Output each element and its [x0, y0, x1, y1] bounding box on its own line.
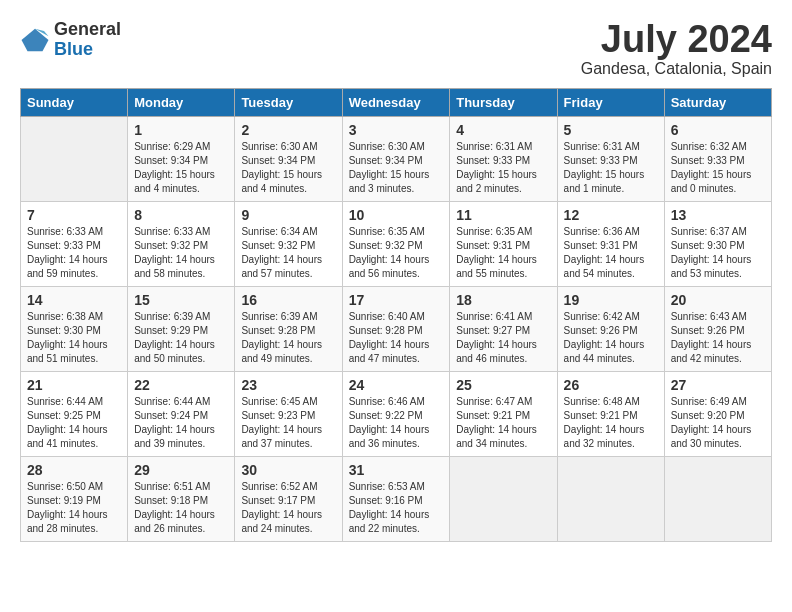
- day-cell: 11Sunrise: 6:35 AMSunset: 9:31 PMDayligh…: [450, 202, 557, 287]
- day-info: Sunrise: 6:49 AMSunset: 9:20 PMDaylight:…: [671, 395, 765, 451]
- day-info: Sunrise: 6:51 AMSunset: 9:18 PMDaylight:…: [134, 480, 228, 536]
- day-cell: 3Sunrise: 6:30 AMSunset: 9:34 PMDaylight…: [342, 117, 450, 202]
- day-number: 21: [27, 377, 121, 393]
- day-cell: 1Sunrise: 6:29 AMSunset: 9:34 PMDaylight…: [128, 117, 235, 202]
- day-info: Sunrise: 6:37 AMSunset: 9:30 PMDaylight:…: [671, 225, 765, 281]
- day-info: Sunrise: 6:35 AMSunset: 9:32 PMDaylight:…: [349, 225, 444, 281]
- day-number: 27: [671, 377, 765, 393]
- day-number: 17: [349, 292, 444, 308]
- day-cell: 17Sunrise: 6:40 AMSunset: 9:28 PMDayligh…: [342, 287, 450, 372]
- day-info: Sunrise: 6:30 AMSunset: 9:34 PMDaylight:…: [349, 140, 444, 196]
- day-info: Sunrise: 6:53 AMSunset: 9:16 PMDaylight:…: [349, 480, 444, 536]
- day-cell: 15Sunrise: 6:39 AMSunset: 9:29 PMDayligh…: [128, 287, 235, 372]
- day-info: Sunrise: 6:38 AMSunset: 9:30 PMDaylight:…: [27, 310, 121, 366]
- week-row-5: 28Sunrise: 6:50 AMSunset: 9:19 PMDayligh…: [21, 457, 772, 542]
- day-number: 6: [671, 122, 765, 138]
- day-info: Sunrise: 6:32 AMSunset: 9:33 PMDaylight:…: [671, 140, 765, 196]
- day-cell: 24Sunrise: 6:46 AMSunset: 9:22 PMDayligh…: [342, 372, 450, 457]
- header-cell-friday: Friday: [557, 89, 664, 117]
- day-cell: 22Sunrise: 6:44 AMSunset: 9:24 PMDayligh…: [128, 372, 235, 457]
- day-number: 13: [671, 207, 765, 223]
- day-info: Sunrise: 6:29 AMSunset: 9:34 PMDaylight:…: [134, 140, 228, 196]
- day-info: Sunrise: 6:40 AMSunset: 9:28 PMDaylight:…: [349, 310, 444, 366]
- day-number: 1: [134, 122, 228, 138]
- day-number: 11: [456, 207, 550, 223]
- day-cell: 8Sunrise: 6:33 AMSunset: 9:32 PMDaylight…: [128, 202, 235, 287]
- day-info: Sunrise: 6:30 AMSunset: 9:34 PMDaylight:…: [241, 140, 335, 196]
- day-cell: 25Sunrise: 6:47 AMSunset: 9:21 PMDayligh…: [450, 372, 557, 457]
- day-cell: 7Sunrise: 6:33 AMSunset: 9:33 PMDaylight…: [21, 202, 128, 287]
- day-number: 20: [671, 292, 765, 308]
- day-cell: 31Sunrise: 6:53 AMSunset: 9:16 PMDayligh…: [342, 457, 450, 542]
- day-cell: 19Sunrise: 6:42 AMSunset: 9:26 PMDayligh…: [557, 287, 664, 372]
- month-year: July 2024: [581, 20, 772, 58]
- logo-text: General Blue: [54, 20, 121, 60]
- day-info: Sunrise: 6:50 AMSunset: 9:19 PMDaylight:…: [27, 480, 121, 536]
- day-cell: 13Sunrise: 6:37 AMSunset: 9:30 PMDayligh…: [664, 202, 771, 287]
- day-info: Sunrise: 6:44 AMSunset: 9:25 PMDaylight:…: [27, 395, 121, 451]
- day-number: 3: [349, 122, 444, 138]
- day-cell: 4Sunrise: 6:31 AMSunset: 9:33 PMDaylight…: [450, 117, 557, 202]
- week-row-2: 7Sunrise: 6:33 AMSunset: 9:33 PMDaylight…: [21, 202, 772, 287]
- day-cell: 29Sunrise: 6:51 AMSunset: 9:18 PMDayligh…: [128, 457, 235, 542]
- day-info: Sunrise: 6:42 AMSunset: 9:26 PMDaylight:…: [564, 310, 658, 366]
- logo-blue: Blue: [54, 40, 121, 60]
- header-cell-monday: Monday: [128, 89, 235, 117]
- day-cell: 16Sunrise: 6:39 AMSunset: 9:28 PMDayligh…: [235, 287, 342, 372]
- day-cell: 10Sunrise: 6:35 AMSunset: 9:32 PMDayligh…: [342, 202, 450, 287]
- day-number: 9: [241, 207, 335, 223]
- day-cell: 20Sunrise: 6:43 AMSunset: 9:26 PMDayligh…: [664, 287, 771, 372]
- day-info: Sunrise: 6:46 AMSunset: 9:22 PMDaylight:…: [349, 395, 444, 451]
- day-info: Sunrise: 6:45 AMSunset: 9:23 PMDaylight:…: [241, 395, 335, 451]
- day-number: 23: [241, 377, 335, 393]
- day-number: 25: [456, 377, 550, 393]
- day-info: Sunrise: 6:31 AMSunset: 9:33 PMDaylight:…: [564, 140, 658, 196]
- day-number: 29: [134, 462, 228, 478]
- day-info: Sunrise: 6:34 AMSunset: 9:32 PMDaylight:…: [241, 225, 335, 281]
- day-cell: [21, 117, 128, 202]
- day-number: 14: [27, 292, 121, 308]
- day-cell: 6Sunrise: 6:32 AMSunset: 9:33 PMDaylight…: [664, 117, 771, 202]
- day-info: Sunrise: 6:31 AMSunset: 9:33 PMDaylight:…: [456, 140, 550, 196]
- day-number: 19: [564, 292, 658, 308]
- day-info: Sunrise: 6:48 AMSunset: 9:21 PMDaylight:…: [564, 395, 658, 451]
- page-header: General Blue July 2024 Gandesa, Cataloni…: [20, 20, 772, 78]
- day-cell: 30Sunrise: 6:52 AMSunset: 9:17 PMDayligh…: [235, 457, 342, 542]
- calendar-header-row: SundayMondayTuesdayWednesdayThursdayFrid…: [21, 89, 772, 117]
- day-number: 16: [241, 292, 335, 308]
- day-info: Sunrise: 6:39 AMSunset: 9:29 PMDaylight:…: [134, 310, 228, 366]
- day-info: Sunrise: 6:47 AMSunset: 9:21 PMDaylight:…: [456, 395, 550, 451]
- location: Gandesa, Catalonia, Spain: [581, 60, 772, 78]
- day-cell: 21Sunrise: 6:44 AMSunset: 9:25 PMDayligh…: [21, 372, 128, 457]
- header-cell-saturday: Saturday: [664, 89, 771, 117]
- day-number: 4: [456, 122, 550, 138]
- day-info: Sunrise: 6:35 AMSunset: 9:31 PMDaylight:…: [456, 225, 550, 281]
- day-number: 24: [349, 377, 444, 393]
- day-number: 30: [241, 462, 335, 478]
- day-cell: [664, 457, 771, 542]
- day-cell: 5Sunrise: 6:31 AMSunset: 9:33 PMDaylight…: [557, 117, 664, 202]
- day-info: Sunrise: 6:44 AMSunset: 9:24 PMDaylight:…: [134, 395, 228, 451]
- day-cell: 26Sunrise: 6:48 AMSunset: 9:21 PMDayligh…: [557, 372, 664, 457]
- day-info: Sunrise: 6:52 AMSunset: 9:17 PMDaylight:…: [241, 480, 335, 536]
- day-cell: 18Sunrise: 6:41 AMSunset: 9:27 PMDayligh…: [450, 287, 557, 372]
- day-cell: 2Sunrise: 6:30 AMSunset: 9:34 PMDaylight…: [235, 117, 342, 202]
- week-row-1: 1Sunrise: 6:29 AMSunset: 9:34 PMDaylight…: [21, 117, 772, 202]
- day-number: 12: [564, 207, 658, 223]
- day-cell: 23Sunrise: 6:45 AMSunset: 9:23 PMDayligh…: [235, 372, 342, 457]
- header-cell-sunday: Sunday: [21, 89, 128, 117]
- logo: General Blue: [20, 20, 121, 60]
- day-cell: [450, 457, 557, 542]
- day-number: 7: [27, 207, 121, 223]
- header-cell-thursday: Thursday: [450, 89, 557, 117]
- header-cell-wednesday: Wednesday: [342, 89, 450, 117]
- day-number: 15: [134, 292, 228, 308]
- day-info: Sunrise: 6:36 AMSunset: 9:31 PMDaylight:…: [564, 225, 658, 281]
- day-number: 26: [564, 377, 658, 393]
- day-number: 28: [27, 462, 121, 478]
- day-cell: 28Sunrise: 6:50 AMSunset: 9:19 PMDayligh…: [21, 457, 128, 542]
- day-info: Sunrise: 6:33 AMSunset: 9:33 PMDaylight:…: [27, 225, 121, 281]
- week-row-4: 21Sunrise: 6:44 AMSunset: 9:25 PMDayligh…: [21, 372, 772, 457]
- day-cell: 12Sunrise: 6:36 AMSunset: 9:31 PMDayligh…: [557, 202, 664, 287]
- logo-general: General: [54, 20, 121, 40]
